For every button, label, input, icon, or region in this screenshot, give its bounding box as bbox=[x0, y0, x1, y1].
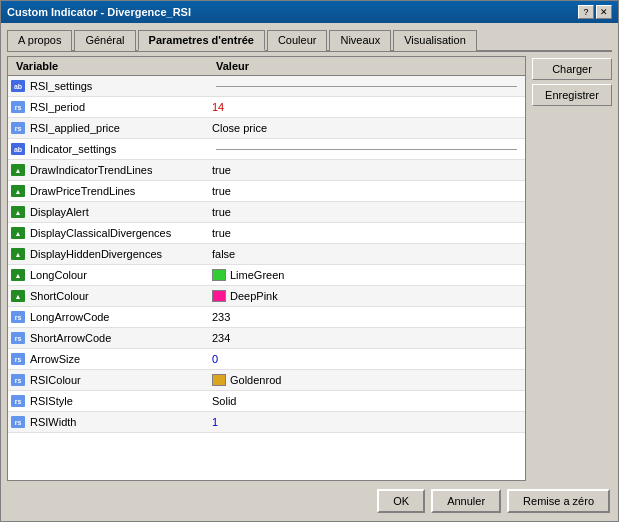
help-button[interactable]: ? bbox=[578, 5, 594, 19]
table-row: ▲ DrawPriceTrendLines true bbox=[8, 181, 525, 202]
window-title: Custom Indicator - Divergence_RSI bbox=[7, 6, 191, 18]
tab-niveaux[interactable]: Niveaux bbox=[329, 30, 391, 51]
table-row: rs RSIWidth 1 bbox=[8, 412, 525, 433]
annuler-button[interactable]: Annuler bbox=[431, 489, 501, 513]
chart-icon: ▲ bbox=[11, 269, 25, 281]
rs-icon: rs bbox=[11, 122, 25, 134]
remise-button[interactable]: Remise a zéro bbox=[507, 489, 610, 513]
row-value bbox=[208, 85, 525, 88]
row-icon-chart: ▲ bbox=[8, 160, 28, 180]
row-icon-rs: rs bbox=[8, 391, 28, 411]
row-value[interactable]: DeepPink bbox=[208, 289, 525, 303]
row-value[interactable]: Solid bbox=[208, 394, 525, 408]
tab-visualisation[interactable]: Visualisation bbox=[393, 30, 477, 51]
tab-general[interactable]: Général bbox=[74, 30, 135, 51]
tab-apropos[interactable]: A propos bbox=[7, 30, 72, 51]
row-value[interactable]: false bbox=[208, 247, 525, 261]
color-label-gold: Goldenrod bbox=[230, 374, 281, 386]
rs-icon: rs bbox=[11, 311, 25, 323]
table-row: rs LongArrowCode 233 bbox=[8, 307, 525, 328]
row-value[interactable]: 234 bbox=[208, 331, 525, 345]
chart-icon: ▲ bbox=[11, 290, 25, 302]
row-name: LongArrowCode bbox=[28, 310, 208, 324]
color-swatch-pink bbox=[212, 290, 226, 302]
content-area: A propos Général Parametres d'entrée Cou… bbox=[1, 23, 618, 521]
row-icon-rs: rs bbox=[8, 412, 28, 432]
row-value[interactable]: Goldenrod bbox=[208, 373, 525, 387]
row-name: ShortColour bbox=[28, 289, 208, 303]
row-icon-rs: rs bbox=[8, 328, 28, 348]
chart-icon: ▲ bbox=[11, 164, 25, 176]
rs-icon: rs bbox=[11, 101, 25, 113]
tab-couleur[interactable]: Couleur bbox=[267, 30, 328, 51]
charger-button[interactable]: Charger bbox=[532, 58, 612, 80]
row-icon-rs: rs bbox=[8, 307, 28, 327]
row-icon-ab: ab bbox=[8, 76, 28, 96]
table-row: ab Indicator_settings bbox=[8, 139, 525, 160]
side-buttons: Charger Enregistrer bbox=[532, 56, 612, 481]
rs-icon: rs bbox=[11, 416, 25, 428]
close-button[interactable]: ✕ bbox=[596, 5, 612, 19]
row-value[interactable]: Close price bbox=[208, 121, 525, 135]
rs-icon: rs bbox=[11, 332, 25, 344]
color-swatch-lime bbox=[212, 269, 226, 281]
table-row: rs ArrowSize 0 bbox=[8, 349, 525, 370]
row-value[interactable]: LimeGreen bbox=[208, 268, 525, 282]
chart-icon: ▲ bbox=[11, 206, 25, 218]
main-area: Variable Valeur ab RSI_settings rs RSI_p… bbox=[7, 56, 612, 481]
header-value: Valeur bbox=[212, 59, 521, 73]
row-icon-ab: ab bbox=[8, 139, 28, 159]
ok-button[interactable]: OK bbox=[377, 489, 425, 513]
row-icon-chart: ▲ bbox=[8, 181, 28, 201]
row-name: RSI_settings bbox=[28, 79, 208, 93]
chart-icon: ▲ bbox=[11, 185, 25, 197]
table-row: rs ShortArrowCode 234 bbox=[8, 328, 525, 349]
table-row: rs RSIStyle Solid bbox=[8, 391, 525, 412]
chart-icon: ▲ bbox=[11, 227, 25, 239]
rs-icon: rs bbox=[11, 395, 25, 407]
tab-bar: A propos Général Parametres d'entrée Cou… bbox=[7, 29, 612, 52]
row-icon-rs: rs bbox=[8, 370, 28, 390]
row-name: DrawPriceTrendLines bbox=[28, 184, 208, 198]
table-row: ▲ DisplayHiddenDivergences false bbox=[8, 244, 525, 265]
row-value[interactable]: 14 bbox=[208, 100, 525, 114]
title-bar-buttons: ? ✕ bbox=[578, 5, 612, 19]
enregistrer-button[interactable]: Enregistrer bbox=[532, 84, 612, 106]
row-value[interactable]: true bbox=[208, 205, 525, 219]
row-value[interactable]: 233 bbox=[208, 310, 525, 324]
table-row: rs RSI_applied_price Close price bbox=[8, 118, 525, 139]
color-label-lime: LimeGreen bbox=[230, 269, 284, 281]
parameter-table: Variable Valeur ab RSI_settings rs RSI_p… bbox=[7, 56, 526, 481]
color-label-pink: DeepPink bbox=[230, 290, 278, 302]
separator-line bbox=[216, 149, 517, 150]
row-value[interactable]: true bbox=[208, 163, 525, 177]
table-row: ▲ DisplayClassicalDivergences true bbox=[8, 223, 525, 244]
table-row: ▲ LongColour LimeGreen bbox=[8, 265, 525, 286]
color-swatch-gold bbox=[212, 374, 226, 386]
row-icon-chart: ▲ bbox=[8, 202, 28, 222]
row-icon-chart: ▲ bbox=[8, 223, 28, 243]
row-name: RSI_applied_price bbox=[28, 121, 208, 135]
row-name: Indicator_settings bbox=[28, 142, 208, 156]
table-row: ▲ DisplayAlert true bbox=[8, 202, 525, 223]
row-value[interactable]: 0 bbox=[208, 352, 525, 366]
row-value bbox=[208, 148, 525, 151]
tab-parametres[interactable]: Parametres d'entrée bbox=[138, 30, 265, 51]
row-name: ArrowSize bbox=[28, 352, 208, 366]
separator-line bbox=[216, 86, 517, 87]
row-name: LongColour bbox=[28, 268, 208, 282]
row-value[interactable]: true bbox=[208, 226, 525, 240]
row-name: DisplayHiddenDivergences bbox=[28, 247, 208, 261]
ab-icon: ab bbox=[11, 143, 25, 155]
row-value[interactable]: 1 bbox=[208, 415, 525, 429]
row-icon-rs: rs bbox=[8, 97, 28, 117]
chart-icon: ▲ bbox=[11, 248, 25, 260]
header-variable: Variable bbox=[12, 59, 212, 73]
table-row: rs RSI_period 14 bbox=[8, 97, 525, 118]
title-bar: Custom Indicator - Divergence_RSI ? ✕ bbox=[1, 1, 618, 23]
row-value[interactable]: true bbox=[208, 184, 525, 198]
rs-icon: rs bbox=[11, 353, 25, 365]
row-name: DisplayClassicalDivergences bbox=[28, 226, 208, 240]
table-row: ab RSI_settings bbox=[8, 76, 525, 97]
table-row: ▲ DrawIndicatorTrendLines true bbox=[8, 160, 525, 181]
